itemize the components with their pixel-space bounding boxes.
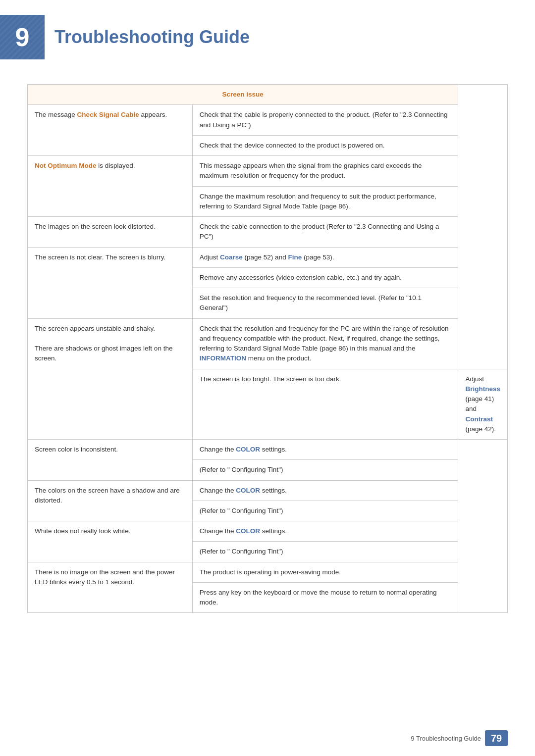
solution-cell: (Refer to " Configuring Tint") <box>192 460 458 480</box>
table-row: The message Check Signal Cable appears. … <box>28 105 508 136</box>
content-area: Screen issue The message Check Signal Ca… <box>0 84 535 613</box>
table-row: The images on the screen look distorted.… <box>28 217 508 248</box>
solution-cell: Press any key on the keyboard or move th… <box>192 582 458 613</box>
solution-cell: Check the cable connection to the produc… <box>192 217 458 248</box>
troubleshoot-table: Screen issue The message Check Signal Ca… <box>27 84 508 613</box>
keyword-coarse: Coarse <box>220 253 243 261</box>
issue-cell: Screen color is inconsistent. <box>28 440 193 481</box>
solution-cell: Change the COLOR settings. <box>192 440 458 460</box>
table-row: Screen color is inconsistent. Change the… <box>28 440 508 460</box>
chapter-number: 9 <box>15 22 30 52</box>
solution-cell: The product is operating in power-saving… <box>192 562 458 582</box>
solution-cell: (Refer to " Configuring Tint") <box>192 501 458 521</box>
issue-cell: The images on the screen look distorted. <box>28 217 193 248</box>
solution-cell: Adjust Brightness (page 41) and Contrast… <box>458 369 508 440</box>
page-title: Troubleshooting Guide <box>54 27 250 48</box>
solution-cell: Change the maximum resolution and freque… <box>192 186 458 217</box>
solution-cell: Check that the resolution and frequency … <box>192 318 458 369</box>
chapter-badge: 9 <box>0 15 45 59</box>
keyword-check-signal-cable: Check Signal Cable <box>77 111 139 118</box>
solution-cell: Check that the device connected to the p… <box>192 135 458 155</box>
issue-cell: There is no image on the screen and the … <box>28 562 193 613</box>
table-row: The screen appears unstable and shaky.Th… <box>28 318 508 369</box>
footer-text: 9 Troubleshooting Guide <box>411 735 481 742</box>
table-row: The colors on the screen have a shadow a… <box>28 480 508 501</box>
issue-cell: The screen appears unstable and shaky.Th… <box>28 318 193 440</box>
table-section-header: Screen issue <box>28 85 458 105</box>
solution-cell: Check that the cable is properly connect… <box>192 105 458 136</box>
table-row: Not Optimum Mode is displayed. This mess… <box>28 156 508 187</box>
solution-cell: Adjust Coarse (page 52) and Fine (page 5… <box>192 247 458 267</box>
issue-cell: Not Optimum Mode is displayed. <box>28 156 193 217</box>
keyword-fine: Fine <box>288 253 302 261</box>
keyword-color-3: COLOR <box>236 527 260 535</box>
keyword-brightness: Brightness <box>465 385 500 393</box>
page-number-badge: 79 <box>485 730 508 746</box>
keyword-not-optimum-mode: Not Optimum Mode <box>35 162 97 169</box>
solution-cell: Change the COLOR settings. <box>192 480 458 501</box>
table-row: There is no image on the screen and the … <box>28 562 508 582</box>
issue-cell: The message Check Signal Cable appears. <box>28 105 193 156</box>
solution-cell: This message appears when the signal fro… <box>192 156 458 187</box>
keyword-information: INFORMATION <box>200 354 246 362</box>
solution-cell: Change the COLOR settings. <box>192 521 458 542</box>
table-row: White does not really look white. Change… <box>28 521 508 542</box>
solution-cell: Set the resolution and frequency to the … <box>192 288 458 319</box>
solution-cell: (Refer to " Configuring Tint") <box>192 542 458 562</box>
table-row: The screen is not clear. The screen is b… <box>28 247 508 267</box>
issue-cell: The screen is too bright. The screen is … <box>192 369 458 440</box>
keyword-contrast: Contrast <box>465 415 493 423</box>
page-header: 9 Troubleshooting Guide <box>0 0 535 69</box>
keyword-color-2: COLOR <box>236 487 260 494</box>
page-footer: 9 Troubleshooting Guide 79 <box>411 730 508 746</box>
keyword-color-1: COLOR <box>236 446 260 453</box>
issue-cell: White does not really look white. <box>28 521 193 562</box>
issue-cell: The screen is not clear. The screen is b… <box>28 247 193 318</box>
solution-cell: Remove any accessories (video extension … <box>192 267 458 288</box>
issue-cell: The colors on the screen have a shadow a… <box>28 480 193 521</box>
